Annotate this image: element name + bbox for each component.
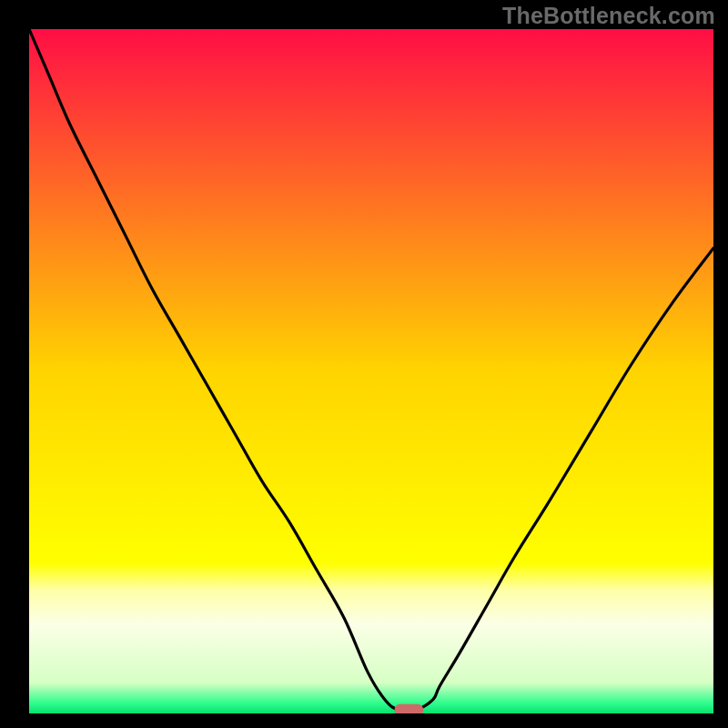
optimal-point-marker: [395, 704, 424, 716]
watermark-text: TheBottleneck.com: [502, 3, 715, 29]
bottleneck-chart: [0, 0, 728, 728]
chart-frame: TheBottleneck.com: [0, 0, 728, 728]
plot-background: [29, 29, 713, 713]
